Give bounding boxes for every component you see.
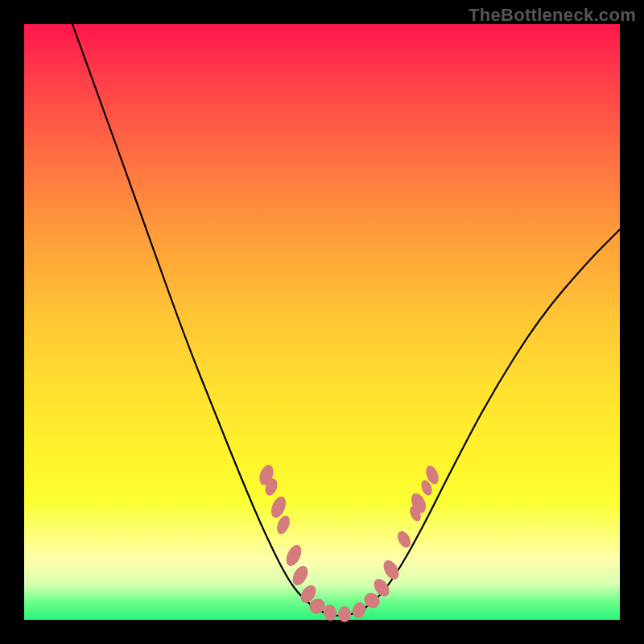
curve-dot (351, 601, 368, 619)
bottleneck-curve (72, 24, 620, 616)
watermark-text: TheBottleneck.com (469, 5, 636, 26)
curve-dot (283, 543, 304, 568)
bottleneck-curve-svg (24, 24, 620, 620)
chart-frame: TheBottleneck.com (0, 0, 644, 644)
plot-area (24, 24, 620, 620)
curve-dot (395, 529, 414, 550)
curve-dot (338, 606, 351, 622)
